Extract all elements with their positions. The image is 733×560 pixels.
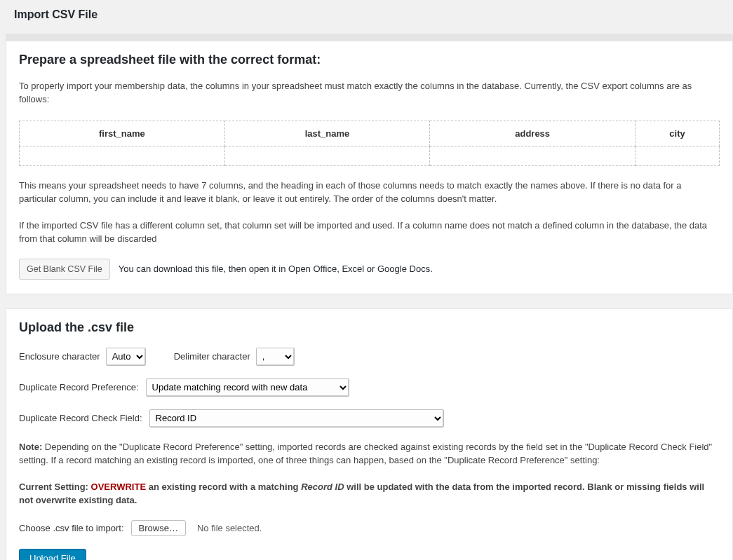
columns-table: first_name last_name address city bbox=[19, 121, 720, 166]
dup-field-row: Duplicate Record Check Field: Record ID bbox=[19, 409, 720, 428]
choose-file-row: Choose .csv file to import: Browse… No f… bbox=[19, 520, 720, 536]
prepare-heading: Prepare a spreadsheet file with the corr… bbox=[19, 53, 720, 67]
upload-panel: Upload the .csv file Enclosure character… bbox=[6, 308, 733, 560]
spacer bbox=[6, 34, 733, 41]
blank-csv-help-text: You can download this file, then open it… bbox=[119, 264, 433, 274]
column-header: last_name bbox=[224, 121, 430, 146]
choose-file-label: Choose .csv file to import: bbox=[19, 523, 124, 533]
column-header: city bbox=[636, 121, 720, 146]
page-header: Import CSV File bbox=[0, 0, 733, 34]
column-cell bbox=[20, 146, 225, 165]
column-header: address bbox=[430, 121, 636, 146]
get-blank-csv-button[interactable]: Get Blank CSV File bbox=[19, 259, 110, 280]
blank-csv-row: Get Blank CSV File You can download this… bbox=[19, 259, 720, 280]
prepare-para-1: This means your spreadsheet needs to hav… bbox=[19, 179, 720, 206]
column-cell bbox=[224, 146, 430, 165]
columns-header-row: first_name last_name address city bbox=[20, 121, 720, 146]
dup-pref-row: Duplicate Record Preference: Update matc… bbox=[19, 378, 720, 397]
note-text: Depending on the "Duplicate Record Prefe… bbox=[19, 442, 712, 466]
dup-pref-label: Duplicate Record Preference: bbox=[19, 382, 139, 392]
prepare-panel: Prepare a spreadsheet file with the corr… bbox=[6, 41, 733, 294]
prepare-intro: To properly import your membership data,… bbox=[19, 80, 720, 107]
char-settings-row: Enclosure character Auto Delimiter chara… bbox=[19, 348, 720, 366]
columns-empty-row bbox=[20, 146, 720, 165]
upload-file-button[interactable]: Upload File bbox=[19, 549, 86, 560]
enclosure-label: Enclosure character bbox=[19, 351, 100, 362]
enclosure-select[interactable]: Auto bbox=[106, 348, 146, 366]
delimiter-select[interactable]: , bbox=[256, 348, 295, 366]
note-label: Note: bbox=[19, 442, 42, 452]
dup-pref-select[interactable]: Update matching record with new data bbox=[146, 378, 349, 397]
prepare-para-2: If the imported CSV file has a different… bbox=[19, 219, 720, 246]
delimiter-label: Delimiter character bbox=[174, 351, 250, 362]
dup-field-select[interactable]: Record ID bbox=[149, 409, 444, 428]
upload-heading: Upload the .csv file bbox=[19, 320, 720, 335]
current-setting-paragraph: Current Setting: OVERWRITE an existing r… bbox=[19, 480, 720, 507]
current-setting-label: Current Setting: bbox=[19, 482, 88, 492]
current-setting-text-1: an existing record with a matching bbox=[149, 482, 299, 492]
column-cell bbox=[430, 146, 636, 165]
page-title: Import CSV File bbox=[14, 8, 719, 21]
current-setting-action: OVERWRITE bbox=[91, 482, 147, 492]
column-cell bbox=[636, 146, 720, 165]
column-header: first_name bbox=[20, 121, 225, 146]
current-setting-field: Record ID bbox=[301, 482, 344, 492]
note-paragraph: Note: Depending on the "Duplicate Record… bbox=[19, 440, 720, 467]
browse-button[interactable]: Browse… bbox=[131, 520, 186, 536]
no-file-text: No file selected. bbox=[197, 523, 262, 533]
dup-field-label: Duplicate Record Check Field: bbox=[19, 413, 142, 423]
